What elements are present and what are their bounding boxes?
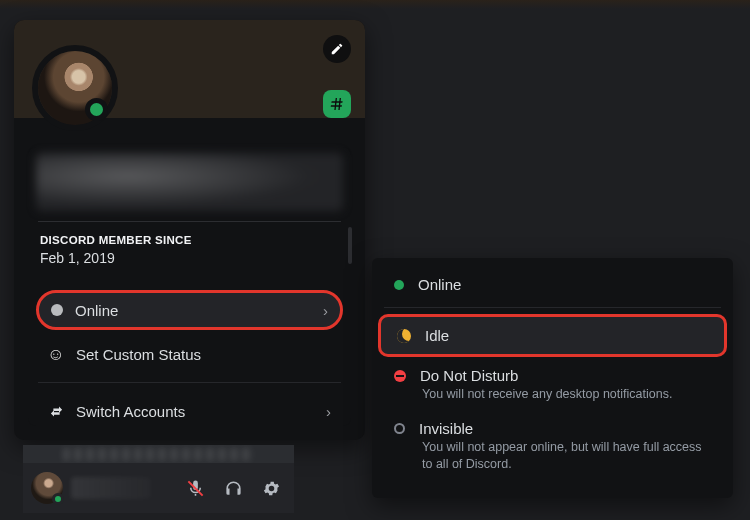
menu-item-online[interactable]: Online › [36, 290, 343, 330]
smiley-icon: ☺ [48, 346, 64, 362]
profile-popout: DISCORD MEMBER SINCE Feb 1, 2019 Online … [14, 20, 365, 440]
scrollbar[interactable] [348, 227, 352, 264]
pencil-icon [329, 41, 345, 57]
menu-item-label: Set Custom Status [76, 346, 201, 363]
online-icon [394, 280, 404, 290]
menu-item-switch-accounts[interactable]: Switch Accounts › [36, 391, 343, 431]
hashtag-badge[interactable] [323, 90, 351, 118]
status-description: You will not receive any desktop notific… [422, 386, 711, 402]
status-option-dnd[interactable]: Do Not Disturb You will not receive any … [378, 359, 727, 410]
menu-item-label: Online [75, 302, 118, 319]
chevron-right-icon: › [323, 302, 328, 319]
status-indicator-online [85, 98, 108, 121]
window-top-edge [0, 0, 750, 10]
hashtag-icon [329, 96, 345, 112]
status-label: Do Not Disturb [420, 367, 518, 384]
idle-moon-icon [397, 329, 411, 343]
menu-item-label: Switch Accounts [76, 403, 185, 420]
user-panel [23, 463, 294, 513]
edit-profile-button[interactable] [323, 35, 351, 63]
profile-body: DISCORD MEMBER SINCE Feb 1, 2019 Online … [28, 147, 351, 426]
status-description: You will not appear online, but will hav… [422, 439, 711, 472]
status-label: Idle [425, 327, 449, 344]
gear-icon [262, 479, 281, 498]
dnd-icon [394, 370, 406, 382]
status-label: Invisible [419, 420, 473, 437]
member-since-date: Feb 1, 2019 [28, 246, 351, 278]
status-option-invisible[interactable]: Invisible You will not appear online, bu… [378, 412, 727, 480]
user-settings-button[interactable] [256, 473, 286, 503]
status-option-idle[interactable]: Idle [378, 314, 727, 357]
status-submenu: Online Idle Do Not Disturb You will not … [372, 258, 733, 498]
member-since-title: DISCORD MEMBER SINCE [28, 234, 351, 246]
status-indicator-online [52, 493, 64, 505]
status-option-online[interactable]: Online [378, 268, 727, 301]
mute-mic-button[interactable] [180, 473, 210, 503]
divider [38, 221, 341, 222]
channel-name-redacted [23, 445, 294, 465]
user-panel-avatar[interactable] [31, 472, 63, 504]
status-menu: Online › ☺ Set Custom Status Switch Acco… [28, 288, 351, 433]
mic-muted-icon [186, 479, 205, 498]
chevron-right-icon: › [326, 403, 331, 420]
deafen-button[interactable] [218, 473, 248, 503]
online-status-icon [51, 304, 63, 316]
username-redacted [36, 153, 343, 211]
avatar[interactable] [32, 45, 118, 131]
divider [384, 307, 721, 308]
status-label: Online [418, 276, 461, 293]
invisible-icon [394, 423, 405, 434]
menu-item-set-custom-status[interactable]: ☺ Set Custom Status [36, 334, 343, 374]
divider [38, 382, 341, 383]
headphones-icon [224, 479, 243, 498]
user-panel-name-redacted [71, 477, 151, 499]
switch-accounts-icon [48, 403, 64, 419]
